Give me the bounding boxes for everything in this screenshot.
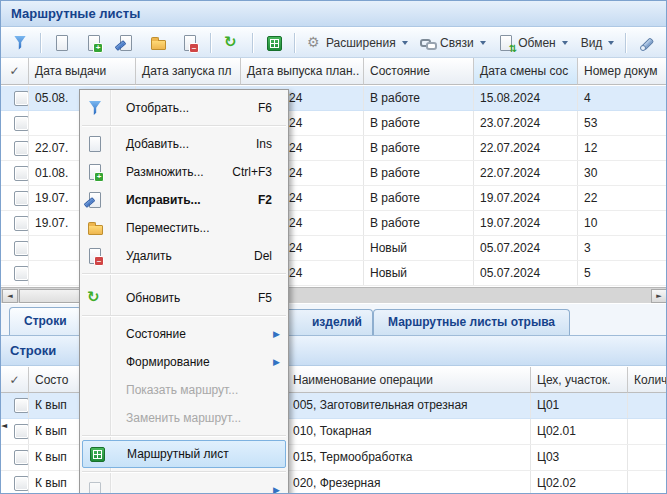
state-cell: В работе <box>364 161 474 185</box>
wrench-icon <box>639 35 655 51</box>
row-checkbox[interactable] <box>14 216 29 231</box>
settings-button[interactable] <box>632 31 662 55</box>
scroll-right-icon[interactable]: ► <box>651 289 667 303</box>
links-label: Связи <box>440 36 474 50</box>
chevron-down-icon <box>608 41 614 45</box>
row-checkbox[interactable] <box>14 191 29 206</box>
quantity-cell <box>628 471 667 494</box>
change-date-cell: 22.07.2024 <box>474 136 578 160</box>
quantity-cell <box>628 419 667 444</box>
excel-icon <box>266 35 282 51</box>
menu-item-formirovanie[interactable]: Формирование ▶ <box>80 348 288 376</box>
column-header-doc-number[interactable]: Номер докум <box>578 58 667 85</box>
column-header-release-date[interactable]: Дата выпуска план.. <box>241 58 364 85</box>
menu-item-marshrutny-list[interactable]: Маршрутный лист <box>82 440 286 468</box>
tab-marshrutnye-listy-otryva[interactable]: Маршрутные листы отрыва <box>373 309 570 335</box>
state-cell: В работе <box>364 111 474 135</box>
column-header-shop[interactable]: Цех, участок. <box>531 367 628 393</box>
toolbar-separator <box>40 33 42 53</box>
column-header-issue-date[interactable]: Дата выдачи <box>29 58 136 85</box>
refresh-button[interactable] <box>217 31 247 55</box>
column-header-quantity[interactable]: Колич <box>628 367 667 393</box>
row-checkbox[interactable] <box>14 166 29 181</box>
column-header-state[interactable]: Состояние <box>364 58 474 85</box>
state-cell: В работе <box>364 186 474 210</box>
column-header-operation-name[interactable]: Наименование операции <box>287 367 531 393</box>
folder-move-icon <box>87 220 103 236</box>
row-checkbox[interactable] <box>14 476 29 491</box>
extensions-dropdown[interactable]: Расширения <box>301 31 413 55</box>
view-label: Вид <box>581 36 603 50</box>
state-cell: Новый <box>364 261 474 285</box>
state-cell: В работе <box>364 136 474 160</box>
tab-stroki[interactable]: Строки <box>9 307 82 335</box>
exchange-label: Обмен <box>518 36 556 50</box>
row-checkbox[interactable] <box>14 241 29 256</box>
menu-item-partial[interactable]: ▶ <box>80 476 288 494</box>
filter-button[interactable] <box>5 31 35 55</box>
row-checkbox[interactable] <box>14 450 29 465</box>
doc-number-cell: 3 <box>578 236 667 260</box>
exchange-dropdown[interactable]: Обмен <box>493 31 573 55</box>
refresh-icon <box>224 35 240 51</box>
menu-item-zamenit-marshrut[interactable]: Заменить маршрут... <box>80 404 288 432</box>
scroll-left-icon[interactable]: ◄ <box>2 289 18 303</box>
submenu-arrow-icon: ▶ <box>273 320 288 348</box>
change-date-cell: 05.07.2024 <box>474 236 578 260</box>
menu-separator <box>80 312 288 320</box>
menu-item-ispravit[interactable]: Исправить... F2 <box>80 186 288 214</box>
excel-icon <box>89 446 105 462</box>
row-checkbox[interactable] <box>14 266 29 281</box>
doc-delete-icon <box>87 248 103 264</box>
menu-item-pokazat-marshrut[interactable]: Показать маршрут... <box>80 376 288 404</box>
view-dropdown[interactable]: Вид <box>575 31 620 55</box>
state-cell: Новый <box>364 236 474 260</box>
doc-new-icon <box>87 136 103 152</box>
row-checkbox[interactable] <box>14 141 29 156</box>
menu-item-obnovit[interactable]: Обновить F5 <box>80 284 288 312</box>
row-checkbox[interactable] <box>14 424 29 439</box>
row-checkbox[interactable] <box>14 91 29 106</box>
menu-item-otobrat[interactable]: Отобрать... F6 <box>80 94 288 122</box>
splitter-collapse-icon[interactable]: ◄ <box>1 419 8 433</box>
exchange-icon <box>498 35 514 51</box>
menu-separator <box>80 432 288 440</box>
operation-cell: 005, Заготовительная отрезная <box>287 393 531 418</box>
doc-number-cell: 53 <box>578 111 667 135</box>
menu-item-peremestit[interactable]: Переместить... <box>80 214 288 242</box>
doc-new-icon <box>54 35 70 51</box>
links-dropdown[interactable]: Связи <box>415 31 491 55</box>
extensions-label: Расширения <box>326 36 396 50</box>
row-checkbox[interactable] <box>14 398 29 413</box>
toolbar-separator <box>210 33 212 53</box>
doc-number-cell: 22 <box>578 186 667 210</box>
doc-copy-icon <box>87 164 103 180</box>
doc-copy-icon <box>86 35 102 51</box>
duplicate-button[interactable] <box>79 31 109 55</box>
menu-separator <box>80 468 288 476</box>
change-date-cell: 05.07.2024 <box>474 261 578 285</box>
row-checkbox[interactable] <box>14 116 29 131</box>
shop-cell: Ц01 <box>531 393 628 418</box>
move-button[interactable] <box>143 31 173 55</box>
doc-number-cell: 4 <box>578 86 667 110</box>
column-header-launch-date[interactable]: Дата запуска пл <box>136 58 241 85</box>
excel-export-button[interactable] <box>259 31 289 55</box>
column-header-state-change-date[interactable]: Дата смены сос <box>474 58 578 85</box>
add-button[interactable] <box>47 31 77 55</box>
doc-number-cell: 30 <box>578 161 667 185</box>
menu-item-sostoyanie[interactable]: Состояние ▶ <box>80 320 288 348</box>
menu-item-razmnozhit[interactable]: Размножить... Ctrl+F3 <box>80 158 288 186</box>
change-date-cell: 22.07.2024 <box>474 161 578 185</box>
window-title: Маршрутные листы <box>1 1 666 27</box>
shop-cell: Ц02.02 <box>531 471 628 494</box>
column-header-check[interactable]: ✓ <box>1 367 29 393</box>
menu-item-dobavit[interactable]: Добавить... Ins <box>80 130 288 158</box>
edit-button[interactable] <box>111 31 141 55</box>
menu-item-udalit[interactable]: Удалить Del <box>80 242 288 270</box>
quantity-cell <box>628 445 667 470</box>
column-header-check[interactable]: ✓ <box>1 58 29 85</box>
delete-button[interactable] <box>175 31 205 55</box>
folder-move-icon <box>150 35 166 51</box>
doc-number-cell: 12 <box>578 136 667 160</box>
